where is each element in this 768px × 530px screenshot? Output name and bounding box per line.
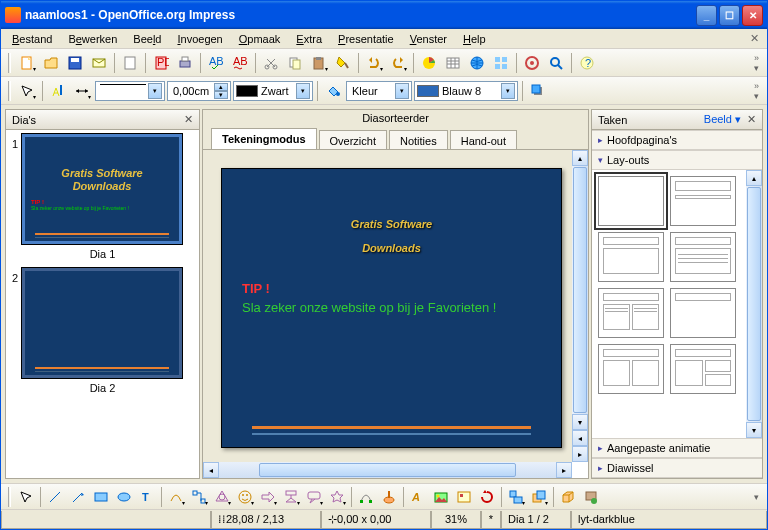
current-slide[interactable]: Gratis SoftwareDownloads TIP ! Sla zeker… [221,168,562,448]
status-zoom[interactable]: 31% [431,511,481,529]
layout-2row-right[interactable] [670,344,736,394]
spreadsheet-button[interactable] [442,52,464,74]
toolbar-grip[interactable] [8,487,11,507]
curve-tool[interactable]: ▾ [165,486,187,508]
slide-thumbnail-2[interactable] [22,268,182,378]
layout-title-only[interactable] [670,288,736,338]
print-button[interactable] [174,52,196,74]
menu-venster[interactable]: Venster [403,31,454,47]
symbol-shapes-tool[interactable]: ▾ [234,486,256,508]
help-button[interactable]: ? [576,52,598,74]
basic-shapes-tool[interactable]: ▾ [211,486,233,508]
prev-slide-button[interactable]: ◂ [572,430,588,446]
tab-notities[interactable]: Notities [389,130,448,149]
section-hoofdpaginas[interactable]: ▸Hoofdpagina's [592,130,762,150]
extrusion-tool[interactable] [557,486,579,508]
format-paintbrush-button[interactable] [332,52,354,74]
layout-2col[interactable] [598,344,664,394]
layout-2col-bullets[interactable] [598,288,664,338]
pdf-export-button[interactable]: PDF [150,52,172,74]
section-animatie[interactable]: ▸Aangepaste animatie [592,438,762,458]
fontwork-tool[interactable]: A [407,486,429,508]
spellcheck-button[interactable]: ABC [205,52,227,74]
view-sorter-label[interactable]: Diasorteerder [350,110,441,128]
menu-help[interactable]: Help [456,31,493,47]
edit-doc-button[interactable] [119,52,141,74]
menu-bewerken[interactable]: Bewerken [61,31,124,47]
section-layouts[interactable]: ▾Lay-outs [592,150,762,170]
interaction-tool[interactable] [580,486,602,508]
close-button[interactable]: ✕ [742,5,763,26]
layout-title[interactable] [670,176,736,226]
document-close-icon[interactable]: ✕ [746,32,763,45]
menu-presentatie[interactable]: Presentatie [331,31,401,47]
hyperlink-button[interactable] [466,52,488,74]
shadow-button[interactable] [527,80,549,102]
fill-bucket-button[interactable] [322,80,344,102]
rect-tool[interactable] [90,486,112,508]
points-edit-tool[interactable] [355,486,377,508]
email-button[interactable] [88,52,110,74]
flowchart-tool[interactable]: ▾ [280,486,302,508]
gallery-tool[interactable] [453,486,475,508]
line-color-combo[interactable]: Zwart▾ [233,81,313,101]
layouts-vscroll[interactable]: ▴▾ [746,170,762,438]
menu-opmaak[interactable]: Opmaak [232,31,288,47]
menu-bestand[interactable]: Bestand [5,31,59,47]
rotate-tool[interactable] [476,486,498,508]
zoom-button[interactable] [545,52,567,74]
grid-button[interactable] [490,52,512,74]
callout-tool[interactable]: ▾ [303,486,325,508]
ellipse-tool[interactable] [113,486,135,508]
slide-canvas[interactable]: Gratis SoftwareDownloads TIP ! Sla zeker… [203,150,572,462]
layout-blank[interactable] [598,176,664,226]
copy-button[interactable] [284,52,306,74]
line-style-combo[interactable]: ▾ [95,81,165,101]
from-file-tool[interactable] [430,486,452,508]
arrange-tool[interactable]: ▾ [528,486,550,508]
undo-button[interactable]: ▾ [363,52,385,74]
pen-tool-button[interactable] [47,80,69,102]
new-button[interactable]: ▾ [16,52,38,74]
slide-thumbnail-1[interactable]: Gratis SoftwareDownloads TIP ! Sla zeker… [22,134,182,244]
menu-beeld[interactable]: Beeld [126,31,168,47]
cut-button[interactable] [260,52,282,74]
menu-invoegen[interactable]: Invoegen [170,31,229,47]
tab-handout[interactable]: Hand-out [450,130,517,149]
toolbar-overflow[interactable]: »▾ [750,53,763,73]
toolbar-overflow[interactable]: »▾ [750,81,763,101]
minimize-button[interactable]: _ [696,5,717,26]
redo-button[interactable]: ▾ [387,52,409,74]
stars-tool[interactable]: ▾ [326,486,348,508]
align-tool[interactable]: ▾ [505,486,527,508]
editor-vscroll[interactable]: ▴▾ ◂ ▸ [572,150,588,462]
navigator-button[interactable] [521,52,543,74]
save-button[interactable] [64,52,86,74]
close-icon[interactable]: ✕ [184,113,193,126]
arrow-line-tool[interactable] [67,486,89,508]
autospell-button[interactable]: ABC [229,52,251,74]
toolbar-overflow[interactable]: ▾ [750,492,763,502]
chart-button[interactable] [418,52,440,74]
slide-thumb-row[interactable]: 1 Gratis SoftwareDownloads TIP ! Sla zek… [8,134,197,244]
select-tool[interactable] [15,486,37,508]
fill-color-combo[interactable]: Blauw 8▾ [414,81,518,101]
text-tool[interactable]: T [136,486,158,508]
maximize-button[interactable]: ☐ [719,5,740,26]
slide-thumb-row[interactable]: 2 [8,268,197,378]
section-diawissel[interactable]: ▸Diawissel [592,458,762,478]
layout-title-bullets[interactable] [670,232,736,282]
line-ends-button[interactable]: ▾ [71,80,93,102]
line-tool[interactable] [44,486,66,508]
tasks-view-link[interactable]: Beeld ▾ [704,113,741,126]
toolbar-grip[interactable] [8,53,11,73]
open-button[interactable] [40,52,62,74]
menu-extra[interactable]: Extra [289,31,329,47]
close-icon[interactable]: ✕ [747,113,756,126]
glue-points-tool[interactable] [378,486,400,508]
editor-hscroll[interactable]: ◂▸ [203,462,572,478]
tab-tekeningmodus[interactable]: Tekeningmodus [211,128,317,149]
next-slide-button[interactable]: ▸ [572,446,588,462]
line-width-combo[interactable]: 0,00cm▴▾ [167,81,231,101]
block-arrows-tool[interactable]: ▾ [257,486,279,508]
